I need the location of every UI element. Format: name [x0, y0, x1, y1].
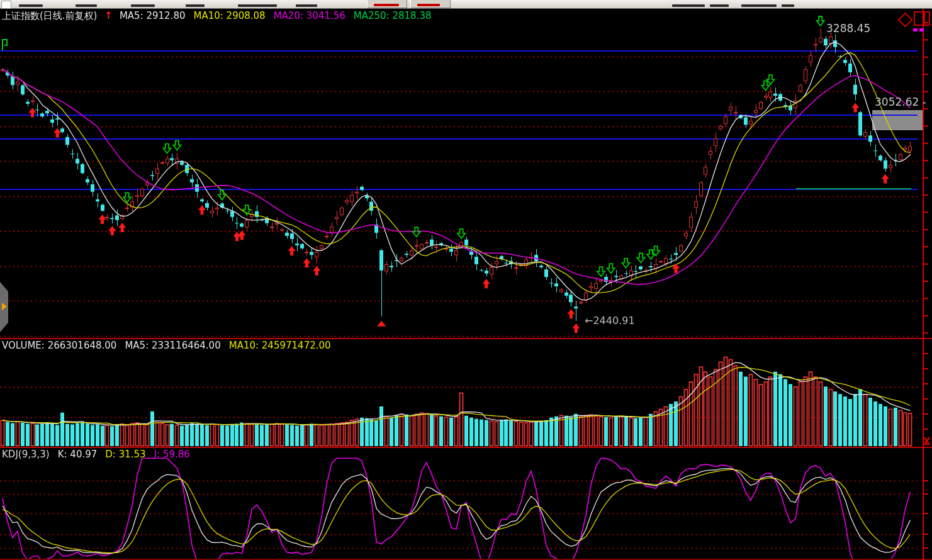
kdj-j-value: J: 59.86 [154, 449, 190, 460]
menu-item-fragment [186, 4, 205, 7]
volume-ma10-value: MA10: 245971472.00 [229, 340, 331, 351]
menu-item-fragment [238, 4, 277, 7]
kdj-k-value: K: 40.97 [58, 449, 98, 460]
last-price-label: 3052.62 - [875, 96, 926, 108]
magenta-dot-icon [913, 28, 918, 31]
up-arrow-icon: ↑ [104, 10, 112, 21]
menu-item-fragment [296, 4, 317, 7]
volume-value: VOLUME: 266301648.00 [2, 340, 116, 351]
low-price-label: ←2440.91 [585, 315, 635, 327]
trading-app-window: 上证指数(日线.前复权) ↑ MA5: 2912.80 MA10: 2908.0… [0, 0, 932, 560]
chart-canvas[interactable] [0, 0, 932, 560]
kdj-name: KDJ(9,3,3) [2, 449, 50, 460]
menu-item-fragment [19, 4, 43, 7]
ma250-value: MA250: 2818.38 [354, 10, 432, 21]
ma10-value: MA10: 2908.08 [194, 10, 266, 21]
peak-price-label: 3288.45 [826, 22, 870, 35]
symbol-title: 上证指数(日线.前复权) [2, 10, 97, 21]
menu-item-fragment [782, 4, 794, 7]
magenta-dot-icon [919, 28, 924, 31]
toolbar-icon[interactable] [1, 1, 11, 9]
toolbar-button-label-fragment [417, 4, 440, 6]
menu-item-fragment [672, 4, 705, 7]
menu-item-fragment [741, 4, 777, 7]
toolbar-button[interactable] [367, 0, 407, 8]
menu-toolbar[interactable] [0, 0, 932, 9]
ma5-value: MA5: 2912.80 [120, 10, 186, 21]
ma20-value: MA20: 3041.56 [274, 10, 345, 21]
expand-arrow-icon [2, 303, 7, 310]
menu-item-fragment [710, 4, 729, 7]
main-chart-header: 上证指数(日线.前复权) ↑ MA5: 2912.80 MA10: 2908.0… [2, 10, 431, 21]
menu-item-fragment [76, 4, 97, 7]
split-window-icon[interactable] [914, 11, 930, 26]
volume-ma5-value: MA5: 233116464.00 [125, 340, 220, 351]
gap-marker-icon [1, 38, 10, 52]
close-pane-icon[interactable]: X [923, 436, 931, 447]
volume-panel-header: VOLUME: 266301648.00 MA5: 233116464.00 M… [2, 340, 331, 351]
menu-item-fragment [131, 4, 155, 7]
kdj-panel-header: KDJ(9,3,3) K: 40.97 D: 31.53 J: 59.86 [2, 449, 190, 460]
toolbar-button-label-fragment [374, 4, 399, 6]
kdj-d-value: D: 31.53 [105, 449, 145, 460]
toolbar-button[interactable] [410, 0, 451, 8]
